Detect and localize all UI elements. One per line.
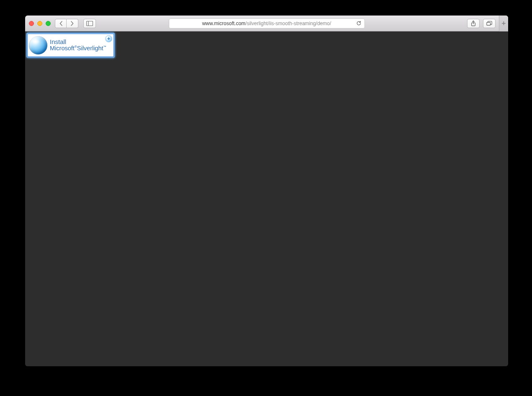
sidebar-toggle-button[interactable]	[83, 19, 96, 28]
plus-icon: +	[501, 19, 506, 28]
download-icon	[105, 35, 112, 42]
toolbar: www.microsoft.com/silverlight/iis-smooth…	[25, 16, 508, 31]
sidebar-icon	[86, 21, 93, 26]
tabs-icon	[486, 21, 492, 26]
navigation-buttons	[55, 19, 78, 28]
reload-icon	[356, 21, 362, 26]
install-line2: Microsoft®Silverlight™	[50, 45, 106, 52]
share-icon	[470, 21, 476, 26]
install-silverlight-text: Install Microsoft®Silverlight™	[50, 39, 106, 52]
window-controls	[29, 21, 51, 26]
tabs-overview-button[interactable]	[483, 19, 496, 28]
minimize-window-button[interactable]	[37, 21, 42, 26]
silverlight-sphere-icon	[29, 36, 47, 54]
svg-rect-3	[487, 22, 491, 25]
zoom-window-button[interactable]	[46, 21, 51, 26]
page-viewport: Install Microsoft®Silverlight™	[25, 31, 508, 366]
chevron-left-icon	[59, 21, 63, 26]
toolbar-right-group	[467, 19, 496, 28]
svg-rect-0	[87, 21, 93, 26]
install-silverlight-badge-inner: Install Microsoft®Silverlight™	[28, 34, 114, 57]
back-button[interactable]	[55, 19, 67, 28]
new-tab-button[interactable]: +	[499, 16, 508, 31]
address-bar[interactable]: www.microsoft.com/silverlight/iis-smooth…	[169, 18, 365, 28]
install-silverlight-badge[interactable]: Install Microsoft®Silverlight™	[26, 33, 115, 58]
url-host: www.microsoft.com/silverlight/iis-smooth…	[202, 21, 331, 26]
install-line1: Install	[50, 39, 106, 45]
chevron-right-icon	[70, 21, 74, 26]
share-button[interactable]	[467, 19, 480, 28]
reload-button[interactable]	[356, 20, 362, 27]
safari-window: www.microsoft.com/silverlight/iis-smooth…	[25, 16, 508, 366]
close-window-button[interactable]	[29, 21, 34, 26]
forward-button[interactable]	[67, 19, 78, 28]
